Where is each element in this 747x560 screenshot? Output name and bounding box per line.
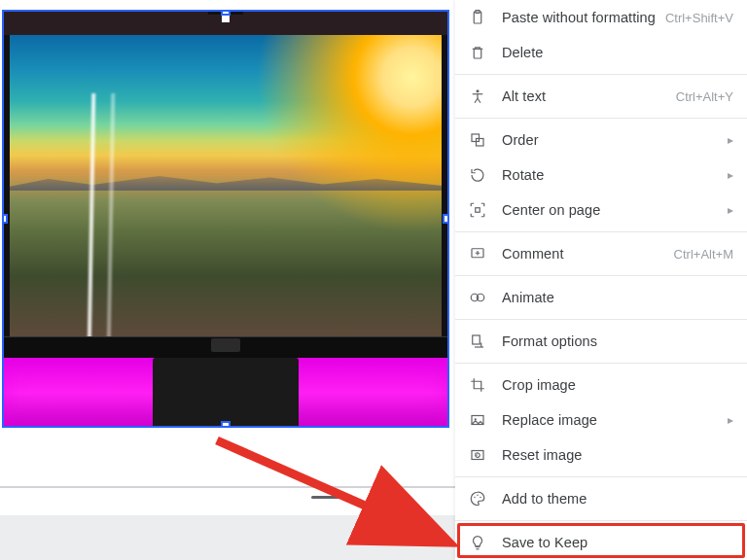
image-content-mountains xyxy=(4,161,447,191)
menu-item-label: Crop image xyxy=(502,377,733,393)
menu-separator xyxy=(455,275,747,276)
menu-item-shortcut: Ctrl+Shift+V xyxy=(665,11,733,25)
menu-item-shortcut: Ctrl+Alt+M xyxy=(674,247,733,262)
format-options-icon xyxy=(469,332,486,350)
menu-item-label: Center on page xyxy=(502,202,720,218)
menu-item-replace-image[interactable]: Replace image ▸ xyxy=(455,402,747,438)
menu-item-order[interactable]: Order ▸ xyxy=(455,122,747,158)
reset-image-icon xyxy=(469,446,486,464)
svg-point-14 xyxy=(474,497,476,499)
menu-item-crop-image[interactable]: Crop image xyxy=(455,368,747,402)
menu-item-label: Delete xyxy=(502,45,733,60)
svg-rect-4 xyxy=(472,134,480,142)
menu-item-label: Reset image xyxy=(502,447,733,463)
image-content-pedestal xyxy=(153,358,299,428)
menu-item-label: Format options xyxy=(502,333,733,349)
menu-item-label: Order xyxy=(502,132,720,148)
menu-separator xyxy=(455,118,747,119)
menu-item-reset-image[interactable]: Reset image xyxy=(455,438,747,472)
menu-separator xyxy=(455,520,747,521)
submenu-arrow-icon: ▸ xyxy=(728,413,733,427)
slide-separator xyxy=(0,486,455,488)
image-content-bezel xyxy=(442,35,447,336)
svg-rect-5 xyxy=(477,139,484,147)
menu-item-animate[interactable]: Animate xyxy=(455,280,747,315)
menu-separator xyxy=(455,476,747,477)
comment-icon xyxy=(469,245,486,262)
notes-grabber[interactable] xyxy=(311,496,350,499)
submenu-arrow-icon: ▸ xyxy=(728,133,733,147)
clipboard-icon xyxy=(469,9,486,26)
order-icon xyxy=(469,131,486,149)
svg-rect-10 xyxy=(473,335,480,344)
svg-rect-6 xyxy=(476,208,480,213)
accessibility-icon xyxy=(469,88,486,105)
image-content-bezel xyxy=(4,35,10,336)
resize-handle-left[interactable] xyxy=(2,214,8,224)
menu-item-label: Save to Keep xyxy=(502,535,733,550)
menu-separator xyxy=(455,74,747,75)
svg-point-16 xyxy=(480,497,481,499)
submenu-arrow-icon: ▸ xyxy=(728,168,733,182)
menu-item-center-on-page[interactable]: Center on page ▸ xyxy=(455,192,747,228)
center-icon xyxy=(469,201,486,219)
menu-item-alt-text[interactable]: Alt text Ctrl+Alt+Y xyxy=(455,79,747,114)
submenu-arrow-icon: ▸ xyxy=(728,203,733,217)
menu-separator xyxy=(455,319,747,320)
menu-item-label: Animate xyxy=(502,290,733,305)
menu-item-comment[interactable]: Comment Ctrl+Alt+M xyxy=(455,236,747,271)
context-menu: Paste without formatting Ctrl+Shift+V De… xyxy=(455,0,747,560)
menu-item-rotate[interactable]: Rotate ▸ xyxy=(455,158,747,192)
replace-image-icon xyxy=(469,411,486,429)
menu-item-label: Alt text xyxy=(502,88,668,104)
image-content-flare xyxy=(88,93,96,346)
menu-item-label: Paste without formatting xyxy=(502,10,658,25)
lightbulb-icon xyxy=(469,534,486,551)
menu-item-format-options[interactable]: Format options xyxy=(455,324,747,359)
resize-handle-bottom[interactable] xyxy=(221,421,231,428)
speaker-notes-area[interactable] xyxy=(0,515,455,560)
image-content-stand xyxy=(211,338,240,352)
menu-item-label: Comment xyxy=(502,246,666,262)
rotate-icon xyxy=(469,166,486,184)
image-content-flare xyxy=(107,93,116,346)
menu-item-shortcut: Ctrl+Alt+Y xyxy=(676,89,733,104)
menu-item-label: Add to theme xyxy=(502,491,733,507)
svg-point-3 xyxy=(477,89,480,92)
menu-item-paste-without-formatting[interactable]: Paste without formatting Ctrl+Shift+V xyxy=(455,0,747,35)
selected-image[interactable] xyxy=(2,10,449,428)
svg-point-15 xyxy=(477,495,479,497)
palette-icon xyxy=(469,490,486,508)
menu-item-delete[interactable]: Delete xyxy=(455,35,747,70)
menu-item-label: Rotate xyxy=(502,167,720,183)
image-content xyxy=(4,35,447,336)
menu-item-add-to-theme[interactable]: Add to theme xyxy=(455,481,747,516)
crop-icon xyxy=(469,376,486,394)
animate-icon xyxy=(469,289,486,306)
resize-handle-top[interactable] xyxy=(221,10,231,16)
menu-item-save-to-keep[interactable]: Save to Keep xyxy=(455,525,747,560)
svg-rect-2 xyxy=(474,49,481,58)
resize-handle-right[interactable] xyxy=(443,214,449,224)
menu-separator xyxy=(455,363,747,364)
trash-icon xyxy=(469,44,486,61)
menu-item-label: Replace image xyxy=(502,412,720,428)
menu-separator xyxy=(455,231,747,232)
